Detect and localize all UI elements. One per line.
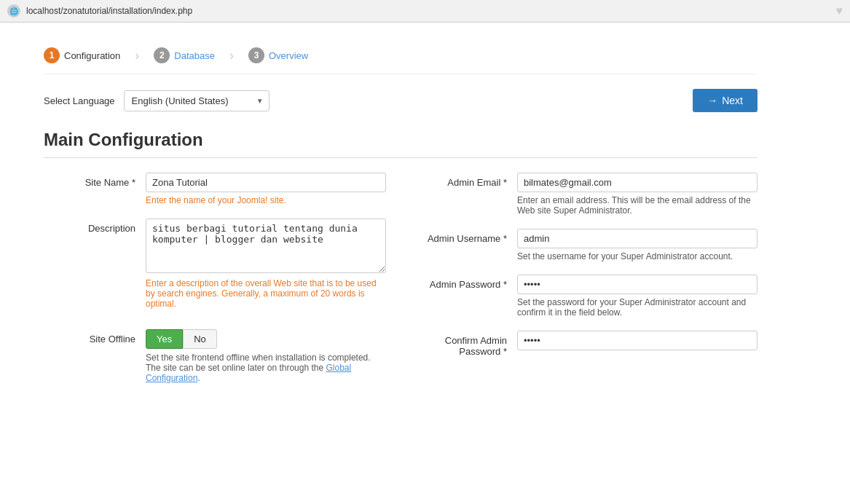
step-divider-1: › xyxy=(135,48,139,63)
next-arrow-icon: → xyxy=(707,95,717,106)
top-row: Select Language English (United States) … xyxy=(44,89,757,112)
admin-password-label: Admin Password * xyxy=(415,275,517,318)
confirm-password-label: Confirm Admin Password * xyxy=(415,331,517,357)
confirm-password-field xyxy=(517,331,757,357)
step-label-overview: Overview xyxy=(269,50,308,61)
browser-url: localhost/zonatutorial/installation/inde… xyxy=(26,6,830,16)
steps-bar: 1 Configuration › 2 Database › 3 Overvie… xyxy=(44,37,757,74)
left-column: Site Name * Enter the name of your Jooml… xyxy=(44,173,386,396)
admin-email-group: Admin Email * Enter an email address. Th… xyxy=(415,173,757,216)
description-textarea[interactable]: situs berbagi tutorial tentang dunia kom… xyxy=(146,218,386,273)
admin-email-help: Enter an email address. This will be the… xyxy=(517,195,757,216)
site-name-label: Site Name * xyxy=(44,173,146,205)
site-name-group: Site Name * Enter the name of your Jooml… xyxy=(44,173,386,205)
admin-username-input[interactable] xyxy=(517,229,757,248)
step-num-2: 2 xyxy=(154,47,170,63)
admin-username-field: Set the username for your Super Administ… xyxy=(517,229,757,261)
page-title: Main Configuration xyxy=(44,130,757,158)
admin-username-label: Admin Username * xyxy=(415,229,517,261)
global-config-link[interactable]: Global Configuration xyxy=(146,363,351,383)
admin-username-help: Set the username for your Super Administ… xyxy=(517,251,757,261)
admin-password-input[interactable] xyxy=(517,275,757,294)
browser-icon: 🌐 xyxy=(7,4,20,17)
next-button-label: Next xyxy=(722,95,743,106)
lang-select-wrapper[interactable]: English (United States) xyxy=(124,90,269,111)
site-name-input[interactable] xyxy=(146,173,386,192)
description-group: Description situs berbagi tutorial tenta… xyxy=(44,218,386,309)
lang-group: Select Language English (United States) xyxy=(44,90,269,111)
step-label-database: Database xyxy=(174,50,215,61)
main-content: 1 Configuration › 2 Database › 3 Overvie… xyxy=(0,23,801,411)
step-configuration[interactable]: 1 Configuration xyxy=(44,47,120,63)
step-num-1: 1 xyxy=(44,47,60,63)
admin-password-field: Set the password for your Super Administ… xyxy=(517,275,757,318)
lang-label: Select Language xyxy=(44,95,115,106)
site-offline-label: Site Offline xyxy=(44,329,146,383)
confirm-password-input[interactable] xyxy=(517,331,757,350)
admin-email-input[interactable] xyxy=(517,173,757,192)
step-database[interactable]: 2 Database xyxy=(154,47,215,63)
admin-username-group: Admin Username * Set the username for yo… xyxy=(415,229,757,261)
description-label: Description xyxy=(44,218,146,309)
step-overview[interactable]: 3 Overview xyxy=(248,47,308,63)
no-button[interactable]: No xyxy=(183,329,217,349)
next-button[interactable]: → Next xyxy=(693,89,757,112)
admin-password-help: Set the password for your Super Administ… xyxy=(517,297,757,318)
site-offline-group: Site Offline Yes No Set the site fronten… xyxy=(44,329,386,383)
site-name-help: Enter the name of your Joomla! site. xyxy=(146,195,386,205)
confirm-password-group: Confirm Admin Password * xyxy=(415,331,757,357)
step-label-configuration: Configuration xyxy=(64,50,120,61)
description-field: situs berbagi tutorial tentang dunia kom… xyxy=(146,218,386,309)
admin-password-group: Admin Password * Set the password for yo… xyxy=(415,275,757,318)
description-help: Enter a description of the overall Web s… xyxy=(146,278,386,309)
offline-toggle-group: Yes No xyxy=(146,329,386,349)
site-name-field: Enter the name of your Joomla! site. xyxy=(146,173,386,205)
browser-bar: 🌐 localhost/zonatutorial/installation/in… xyxy=(0,0,850,23)
yes-button[interactable]: Yes xyxy=(146,329,183,349)
step-divider-2: › xyxy=(229,48,234,63)
step-num-3: 3 xyxy=(248,47,264,63)
site-offline-field: Yes No Set the site frontend offline whe… xyxy=(146,329,386,383)
form-section: Site Name * Enter the name of your Jooml… xyxy=(44,173,757,396)
admin-email-label: Admin Email * xyxy=(415,173,517,216)
language-select[interactable]: English (United States) xyxy=(124,90,269,111)
site-offline-help: Set the site frontend offline when insta… xyxy=(146,353,386,383)
right-column: Admin Email * Enter an email address. Th… xyxy=(415,173,757,396)
admin-email-field: Enter an email address. This will be the… xyxy=(517,173,757,216)
bookmark-icon: ♥ xyxy=(836,4,843,17)
